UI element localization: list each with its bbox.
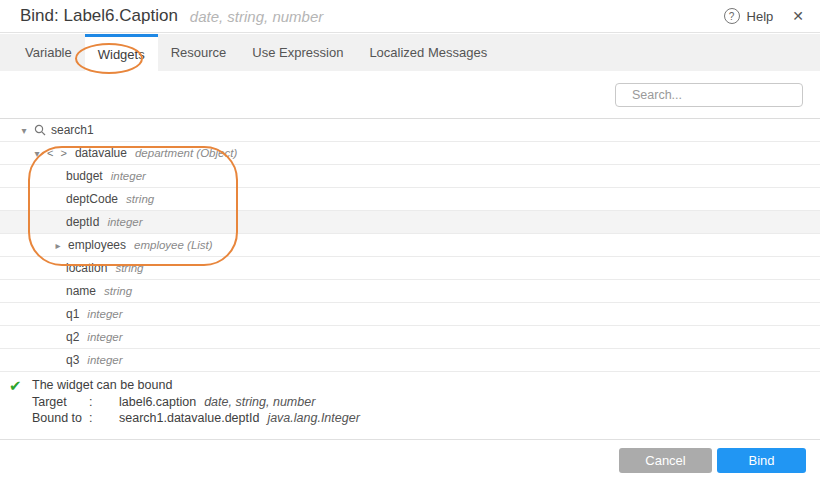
status-target-value: label6.captiondate, string, number xyxy=(119,395,360,409)
dialog-title: Bind: Label6.Caption xyxy=(20,6,178,26)
tree-row-employees[interactable]: ▸ employees employee (List) xyxy=(0,234,820,257)
tree-node-type: integer xyxy=(111,170,146,182)
tab-resource[interactable]: Resource xyxy=(158,34,240,71)
tree-node-type: integer xyxy=(87,308,122,320)
tree-node-type: string xyxy=(104,285,132,297)
bind-source-tree: ▾ search1 ▾ < > datavalue department (Ob… xyxy=(0,119,820,372)
close-icon[interactable]: ✕ xyxy=(792,8,804,24)
tree-node-label: location xyxy=(66,261,107,275)
bind-status-panel: ✔ The widget can be bound Target : label… xyxy=(0,373,820,439)
dialog-header: Bind: Label6.Caption date, string, numbe… xyxy=(0,0,820,33)
tab-localized-messages[interactable]: Localized Messages xyxy=(356,34,500,71)
tree-node-label: name xyxy=(66,284,96,298)
tree-node-type: employee (List) xyxy=(134,239,213,251)
tree-node-label: datavalue xyxy=(75,146,127,160)
bind-status-details: Target : label6.captiondate, string, num… xyxy=(32,394,360,426)
tree-node-label: deptId xyxy=(66,215,99,229)
tree-row-search1[interactable]: ▾ search1 xyxy=(0,119,820,142)
tree-node-label: budget xyxy=(66,169,103,183)
tree-node-type: integer xyxy=(87,331,122,343)
status-bound-to-type: java.lang.Integer xyxy=(267,411,359,425)
tree-node-type: integer xyxy=(107,216,142,228)
status-label-target: Target xyxy=(32,395,89,409)
tab-variable[interactable]: Variable xyxy=(12,34,85,71)
tree-node-label: q1 xyxy=(66,307,79,321)
tree-node-label: employees xyxy=(68,238,126,252)
status-target-type: date, string, number xyxy=(204,395,315,409)
tree-node-label: q3 xyxy=(66,353,79,367)
tree-node-type: string xyxy=(115,262,143,274)
tree-row-datavalue[interactable]: ▾ < > datavalue department (Object) xyxy=(0,142,820,165)
cancel-button[interactable]: Cancel xyxy=(619,448,712,473)
tab-widgets[interactable]: Widgets xyxy=(85,34,158,71)
tree-node-type: department (Object) xyxy=(135,147,237,159)
status-label-bound-to: Bound to xyxy=(32,411,89,425)
status-separator: : xyxy=(89,411,119,425)
tree-node-type: string xyxy=(126,193,154,205)
tree-row-deptCode[interactable]: deptCode string xyxy=(0,188,820,211)
tree-node-label: q2 xyxy=(66,330,79,344)
help-button[interactable]: Help xyxy=(747,9,774,24)
bind-status-message: The widget can be bound xyxy=(32,378,172,392)
tree-row-q1[interactable]: q1 integer xyxy=(0,303,820,326)
dialog-subtitle: date, string, number xyxy=(190,8,323,25)
tab-use-expression[interactable]: Use Expression xyxy=(239,34,356,71)
object-brackets-icon: < > xyxy=(47,147,69,159)
success-check-icon: ✔ xyxy=(9,377,22,395)
tree-node-label: search1 xyxy=(51,123,94,137)
caret-down-icon[interactable]: ▾ xyxy=(18,125,30,136)
tree-node-label: deptCode xyxy=(66,192,118,206)
tree-row-q3[interactable]: q3 integer xyxy=(0,349,820,372)
tree-row-deptId[interactable]: deptId integer xyxy=(0,211,820,234)
tree-row-name[interactable]: name string xyxy=(0,280,820,303)
caret-down-icon[interactable]: ▾ xyxy=(31,148,43,159)
tree-row-q2[interactable]: q2 integer xyxy=(0,326,820,349)
tab-bar: Variable Widgets Resource Use Expression… xyxy=(0,34,820,71)
help-icon[interactable]: ? xyxy=(724,8,740,24)
tree-node-type: integer xyxy=(87,354,122,366)
header-controls: ? Help ✕ xyxy=(724,8,820,24)
status-bound-to-value: search1.datavalue.deptIdjava.lang.Intege… xyxy=(119,411,360,425)
bind-button[interactable]: Bind xyxy=(717,448,806,473)
tree-row-location[interactable]: location string xyxy=(0,257,820,280)
search-widget-icon xyxy=(34,124,46,136)
caret-right-icon[interactable]: ▸ xyxy=(52,240,64,251)
search-input[interactable] xyxy=(630,87,795,103)
tree-row-budget[interactable]: budget integer xyxy=(0,165,820,188)
bind-dialog: Bind: Label6.Caption date, string, numbe… xyxy=(0,0,820,488)
footer-divider xyxy=(0,439,820,440)
search-box[interactable] xyxy=(615,83,803,107)
status-separator: : xyxy=(89,395,119,409)
